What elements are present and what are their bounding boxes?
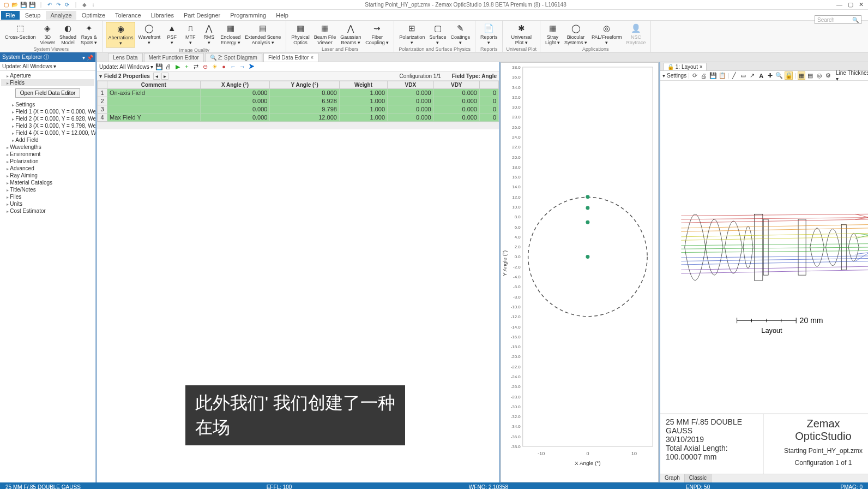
fde-cell[interactable]: Max Field Y [107, 114, 201, 122]
tab-part-designer[interactable]: Part Designer [179, 11, 225, 20]
fde-header[interactable]: Weight [339, 81, 387, 89]
fde-header[interactable]: X Angle (°) [200, 81, 270, 89]
fde-cell[interactable]: 0 [479, 89, 498, 97]
field-scatter-chart[interactable]: -38.0-36.0-34.0-32.0-30.0-28.0-26.0-24.0… [501, 63, 658, 469]
fde-cell[interactable]: 0 [479, 114, 498, 122]
fde-header[interactable]: VDY [433, 81, 479, 89]
fde-swap-icon[interactable]: ⇄ [192, 63, 200, 70]
fde-go-icon[interactable]: ⮞ [248, 63, 256, 70]
ribbon-cross-section-button[interactable]: ⬚Cross-Section [3, 22, 38, 46]
tree-field-item[interactable]: Settings [1, 101, 94, 108]
qat-saveas-icon[interactable]: 💾 [28, 1, 36, 9]
fde-cell[interactable]: 1.000 [339, 97, 387, 105]
rect-icon[interactable]: ▭ [740, 71, 747, 80]
ribbon-beam-file-viewer-button[interactable]: ▦Beam FileViewer [312, 22, 338, 46]
fde-delete-icon[interactable]: ⊖ [202, 63, 209, 70]
tree-item[interactable]: Cost Estimator [1, 207, 94, 214]
fde-print-icon[interactable]: 🖨 [165, 63, 172, 70]
ribbon-mtf--button[interactable]: ⎍MTF▾ [182, 22, 199, 47]
fde-grid[interactable]: CommentX Angle (°)Y Angle (°)WeightVDXVD… [97, 81, 499, 122]
ribbon-polarization--button[interactable]: ⊞Polarization▾ [397, 22, 426, 46]
doc-tab[interactable]: Lens Data [108, 53, 143, 62]
lock-icon[interactable]: 🔒 [785, 71, 793, 80]
tree-item[interactable]: Wavelengths [1, 144, 94, 151]
gear-icon[interactable]: ⚙ [825, 71, 832, 80]
fde-insert2-icon[interactable]: + [183, 63, 191, 70]
ribbon-gaussian-beams--button[interactable]: ⋀GaussianBeams ▾ [339, 22, 363, 46]
ribbon-wavefront--button[interactable]: ◯Wavefront▾ [136, 22, 162, 47]
qat-undo-icon[interactable]: ↶ [46, 1, 53, 9]
fde-cell[interactable]: 1 [98, 89, 107, 97]
clipboard-icon[interactable]: 📋 [719, 71, 726, 80]
fde-cell[interactable]: 0.000 [388, 114, 433, 122]
fde-header[interactable]: Y Angle (°) [270, 81, 339, 89]
cross-icon[interactable]: ✚ [767, 71, 774, 80]
doc-tab[interactable]: 🔍 2: Spot Diagram [205, 53, 262, 62]
ribbon-biocular-systems--button[interactable]: ◯BiocularSystems ▾ [563, 22, 589, 46]
fde-cell[interactable]: 2 [98, 97, 107, 105]
fde-cell[interactable]: 0.000 [200, 89, 270, 97]
qat-save-icon[interactable]: 💾 [20, 1, 27, 9]
tree-item[interactable]: Title/Notes [1, 186, 94, 193]
line-thickness-dropdown[interactable]: Line Thickness ▾ [836, 70, 868, 82]
search-input[interactable]: Search🔍 [815, 15, 861, 24]
fde-header[interactable] [98, 81, 107, 89]
ribbon-surface--button[interactable]: ▢Surface▾ [427, 22, 448, 46]
explorer-update-dropdown[interactable]: Update: All Windows ▾ [0, 62, 95, 71]
ribbon-universal-plot--button[interactable]: ✱UniversalPlot ▾ [509, 22, 533, 46]
tree-field-item[interactable]: Field 3 (X = 0.000, Y = 9.798, Weight = … [1, 122, 94, 129]
ribbon-psf--button[interactable]: ▲PSF▾ [163, 22, 180, 47]
ribbon-pal-freeform--button[interactable]: ◎PAL/Freeform▾ [590, 22, 623, 46]
tab-setup[interactable]: Setup [21, 11, 45, 20]
fde-header[interactable] [479, 81, 498, 89]
doc-tab[interactable]: Field Data Editor × [263, 53, 318, 62]
fde-cell[interactable]: 0.000 [433, 97, 479, 105]
tab-analyze[interactable]: Analyze [46, 11, 76, 20]
explorer-pin-icon[interactable]: ▾ 📌 [82, 55, 93, 61]
fde-cell[interactable]: 3 [98, 105, 107, 114]
qat-new-icon[interactable]: ▢ [2, 1, 10, 9]
fde-cell[interactable]: 0.000 [433, 105, 479, 114]
ribbon-stray-light--button[interactable]: ▦StrayLight ▾ [544, 22, 562, 46]
props-next-icon[interactable]: ▸ [161, 73, 168, 80]
tree-aperture[interactable]: Aperture [1, 72, 94, 79]
ribbon-coatings--button[interactable]: ✎Coatings▾ [449, 22, 472, 46]
fde-stop-icon[interactable]: ● [220, 63, 228, 70]
print-icon[interactable]: 🖨 [700, 71, 707, 80]
zoom-icon[interactable]: 🔍 [775, 71, 783, 80]
fde-insert-icon[interactable]: ▶ [174, 63, 182, 70]
tab-help[interactable]: Help [272, 11, 293, 20]
tree-item[interactable]: Environment [1, 151, 94, 158]
minimize-icon[interactable]: — [836, 1, 842, 8]
fde-cell[interactable] [107, 97, 201, 105]
fde-header[interactable]: Comment [107, 81, 201, 89]
ribbon-enclosed-energy--button[interactable]: ▦EnclosedEnergy ▾ [219, 22, 242, 47]
qat-open-icon[interactable]: 📂 [11, 1, 19, 9]
layout-tab[interactable]: 🔒 1: Layout × [664, 63, 707, 70]
close-icon[interactable]: ✕ [859, 1, 864, 8]
fde-cell[interactable]: 0.000 [200, 97, 270, 105]
ribbon-physical-optics-button[interactable]: ▦PhysicalOptics [290, 22, 311, 46]
tree-field-item[interactable]: Field 2 (X = 0.000, Y = 6.928, Weight = … [1, 115, 94, 122]
qat-extra1-icon[interactable]: ◆ [81, 1, 88, 9]
file-menu[interactable]: File [1, 11, 20, 20]
fde-save-icon[interactable]: 💾 [155, 63, 163, 70]
fde-cell[interactable]: 0.000 [433, 89, 479, 97]
layout-canvas[interactable]: 20 mm Layout [660, 81, 868, 414]
tree-field-item[interactable]: Field 4 (X = 0.000, Y = 12.000, Weight =… [1, 129, 94, 136]
save-icon[interactable]: 💾 [709, 71, 717, 80]
ribbon-fiber-coupling--button[interactable]: ⇝FiberCoupling ▾ [364, 22, 390, 46]
tree-item[interactable]: Advanced [1, 165, 94, 172]
ribbon-shaded-model-button[interactable]: ◐ShadedModel [58, 22, 78, 46]
ribbon-rms--button[interactable]: ⋀RMS▾ [200, 22, 218, 47]
fde-cell[interactable]: 0 [479, 97, 498, 105]
fde-cell[interactable]: 6.928 [270, 97, 339, 105]
fde-right-icon[interactable]: → [239, 63, 246, 70]
open-field-data-editor-button[interactable]: Open Field Data Editor [15, 88, 81, 98]
fde-cell[interactable]: On-axis Field [107, 89, 201, 97]
tab-libraries[interactable]: Libraries [147, 11, 178, 20]
fde-cell[interactable] [107, 105, 201, 114]
text-A-icon[interactable]: A [758, 71, 765, 80]
grid1-icon[interactable]: ▦ [798, 71, 805, 80]
ribbon-reports--button[interactable]: 📄Reports▾ [479, 22, 499, 46]
